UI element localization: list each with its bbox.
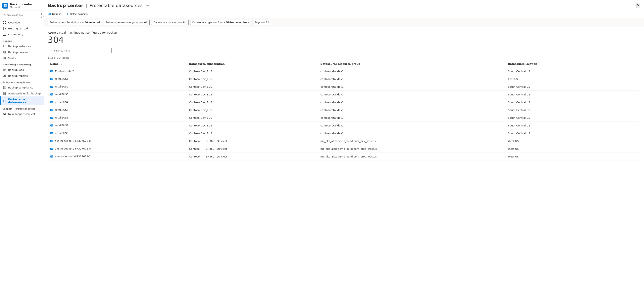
row-more-button-1[interactable]: ··· <box>633 77 638 81</box>
backup-jobs-icon <box>3 68 6 71</box>
cell-subscription-11: Contoso IT – SH360 - DevTest <box>187 153 318 160</box>
sidebar-item-label-backup-instances: Backup instances <box>8 45 31 48</box>
row-more-button-2[interactable]: ··· <box>633 85 638 89</box>
sidebar-search[interactable] <box>2 13 42 18</box>
sidebar-item-backup-reports[interactable]: Backup reports <box>0 73 44 79</box>
cell-name-7: retailEUS7 <box>48 122 187 130</box>
name-filter-input[interactable] <box>54 49 109 52</box>
row-more-button-8[interactable]: ··· <box>633 131 638 135</box>
cell-name-text-3: retailEUS3 <box>55 93 68 96</box>
refresh-button[interactable]: Refresh <box>48 12 62 16</box>
row-more-button-9[interactable]: ··· <box>633 139 638 143</box>
cell-actions-2: ··· <box>610 83 640 91</box>
sidebar: Backup center Microsoft « OverviewGettin… <box>0 0 44 306</box>
cell-actions-7: ··· <box>610 122 640 130</box>
cell-location-0: South Central US <box>506 67 610 75</box>
cell-location-3: South Central US <box>506 91 610 98</box>
row-more-button-6[interactable]: ··· <box>633 116 638 120</box>
sidebar-item-backup-policies[interactable]: Backup policies <box>0 49 44 55</box>
filter-chip-2[interactable]: Datasource location == All <box>151 20 188 25</box>
table-row[interactable]: retailEUS1Contoso Dev_EUScontosoretailde… <box>48 75 640 83</box>
svg-rect-29 <box>4 75 5 77</box>
cell-name-text-0: ContosoHotel2 <box>55 70 74 73</box>
table-row[interactable]: retailEUS2Contoso Dev_EUScontosoretailde… <box>48 83 640 91</box>
table-row[interactable]: aks-nodepool1-67327678-0Contoso IT – SH3… <box>48 137 640 145</box>
cell-resource-group-9: mc_aks_alex-demo_build-conf_dev_westus <box>318 137 506 145</box>
cell-name-text-9: aks-nodepool1-67327678-0 <box>55 139 91 142</box>
sidebar-item-protectable-datasources[interactable]: Protectable datasources <box>0 96 44 105</box>
table-row[interactable]: retailEUS8Contoso Dev_EUScontosoretailde… <box>48 130 640 137</box>
vm-icon-7 <box>50 124 54 127</box>
sidebar-item-vaults[interactable]: Vaults <box>0 55 44 61</box>
search-input[interactable] <box>7 14 40 17</box>
select-columns-button[interactable]: Select columns <box>66 12 88 16</box>
header-left: Backup center | Protectable datasources … <box>48 3 149 8</box>
row-more-button-10[interactable]: ··· <box>633 147 638 151</box>
col-header-name[interactable]: Name ↕ <box>48 61 187 67</box>
cell-location-5: South Central US <box>506 106 610 114</box>
table-header: Name ↕Datasource subscriptionDatasource … <box>48 61 640 67</box>
cell-actions-9: ··· <box>610 137 640 145</box>
app-provider: Microsoft <box>10 6 32 8</box>
sidebar-item-community[interactable]: Community <box>0 31 44 37</box>
row-more-button-0[interactable]: ··· <box>633 69 638 73</box>
svg-rect-66 <box>51 119 52 119</box>
cell-actions-10: ··· <box>610 145 640 153</box>
items-count-label: 1-15 of 304 items <box>48 56 640 59</box>
filter-search-icon <box>50 49 52 52</box>
cell-name-text-2: retailEUS2 <box>55 85 68 88</box>
sidebar-item-azure-policies[interactable]: Azure policies for backup <box>0 90 44 96</box>
sidebar-item-getting-started[interactable]: Getting started <box>0 25 44 31</box>
svg-rect-57 <box>51 95 52 96</box>
svg-rect-51 <box>51 80 52 80</box>
refresh-label: Refresh <box>52 12 61 15</box>
row-more-button-3[interactable]: ··· <box>633 92 638 97</box>
svg-rect-69 <box>51 126 52 127</box>
svg-rect-78 <box>51 150 52 150</box>
close-button[interactable]: ✕ <box>636 3 640 8</box>
table-row[interactable]: aks-nodepool1-67327678-1Contoso IT – SH3… <box>48 153 640 160</box>
sidebar-item-overview[interactable]: Overview <box>0 19 44 25</box>
svg-point-22 <box>4 58 5 58</box>
filter-chip-label-2: Datasource location == All <box>154 21 186 24</box>
row-more-button-5[interactable]: ··· <box>633 108 638 112</box>
svg-point-13 <box>4 35 5 36</box>
filter-chip-1[interactable]: Datasource resource group == All <box>104 20 150 25</box>
sidebar-item-label-overview: Overview <box>8 21 20 24</box>
cell-location-1: East US <box>506 75 610 83</box>
cell-subscription-1: Contoso Dev_EUS <box>187 75 318 83</box>
table-row[interactable]: ContosoHotel2Contoso Dev_EUScontosoretai… <box>48 67 640 75</box>
sidebar-item-label-azure-policies: Azure policies for backup <box>8 92 41 95</box>
more-options-icon[interactable]: ··· <box>146 3 149 7</box>
row-more-button-7[interactable]: ··· <box>633 123 638 128</box>
sidebar-item-label-backup-reports: Backup reports <box>8 74 28 77</box>
sidebar-header: Backup center Microsoft <box>0 0 44 11</box>
filter-chip-4[interactable]: Tags == All <box>252 20 271 25</box>
table-row[interactable]: retailEUS5Contoso Dev_EUScontosoretailde… <box>48 106 640 114</box>
table-row[interactable]: retailEUS3Contoso Dev_EUScontosoretailde… <box>48 91 640 98</box>
filter-chip-0[interactable]: Datasource subscription == 66 selected <box>48 20 102 25</box>
sidebar-item-backup-compliance[interactable]: Backup compliance <box>0 85 44 90</box>
sidebar-item-new-support-request[interactable]: New support request <box>0 111 44 117</box>
table-row[interactable]: retailEUS7Contoso Dev_EUScontosoretailde… <box>48 122 640 130</box>
new-support-request-icon <box>3 112 6 116</box>
cell-subscription-0: Contoso Dev_EUS <box>187 67 318 75</box>
row-more-button-11[interactable]: ··· <box>633 154 638 159</box>
sidebar-item-backup-jobs[interactable]: Backup jobs <box>0 67 44 73</box>
filter-bar: Datasource subscription == 66 selectedDa… <box>44 18 644 27</box>
table-row[interactable]: retailEUS4Contoso Dev_EUScontosoretailde… <box>48 98 640 106</box>
page-subtitle: Protectable datasources <box>90 3 142 8</box>
cell-resource-group-4: contosoretaildev1 <box>318 98 506 106</box>
svg-marker-10 <box>4 27 6 30</box>
table-row[interactable]: retailEUS6Contoso Dev_EUScontosoretailde… <box>48 114 640 122</box>
sidebar-item-label-community: Community <box>8 33 23 36</box>
svg-rect-75 <box>51 142 52 142</box>
filter-chip-3[interactable]: Datasource type == Azure Virtual machine… <box>190 20 251 25</box>
row-more-button-4[interactable]: ··· <box>633 100 638 104</box>
sidebar-item-backup-instances[interactable]: Backup instances <box>0 43 44 49</box>
table-filter-box[interactable] <box>48 48 112 53</box>
backup-reports-icon <box>3 74 6 77</box>
search-icon <box>4 14 6 16</box>
table-row[interactable]: aks-nodepool1-67327678-0Contoso IT – SH3… <box>48 145 640 153</box>
svg-rect-2 <box>4 6 5 7</box>
